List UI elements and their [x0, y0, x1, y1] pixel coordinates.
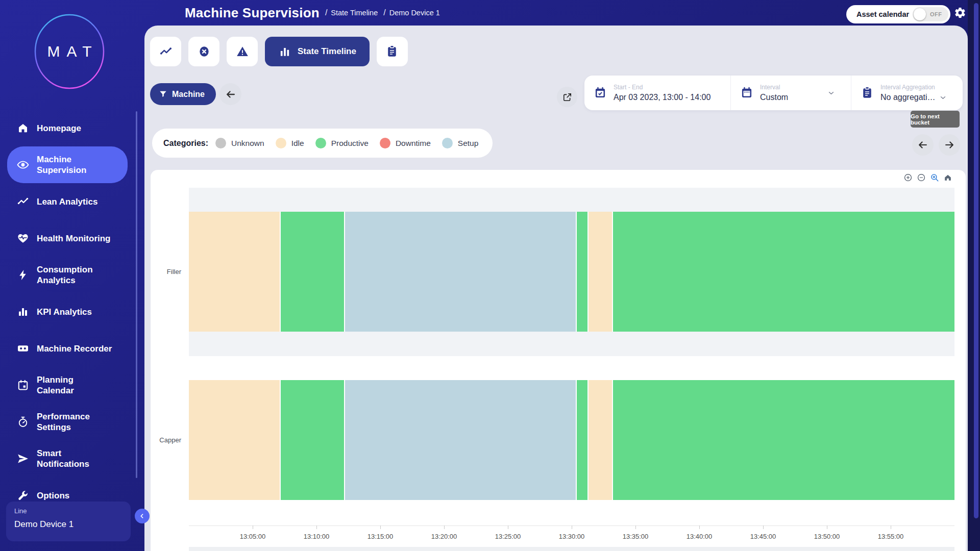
sidebar: MAT HomepageMachine SupervisionLean Anal…: [0, 0, 144, 551]
view-tabs: State Timeline: [150, 37, 408, 66]
time-filter-card: Start - End Apr 03 2023, 13:00 - 14:00 I…: [584, 76, 963, 110]
segment-capper-idle-13:31:15[interactable]: [587, 380, 612, 500]
toggle-knob: [914, 8, 926, 20]
sidebar-item-performance-settings[interactable]: Performance Settings: [7, 404, 128, 440]
legend-item-downtime[interactable]: Downtime: [380, 138, 431, 148]
segment-capper-idle-13:00:00[interactable]: [189, 380, 280, 500]
x-axis-tick: [508, 525, 508, 529]
segment-capper-productive-13:30:15[interactable]: [576, 380, 587, 500]
x-axis-tick-label: 13:05:00: [240, 533, 266, 540]
tab-trend[interactable]: [150, 37, 181, 66]
calendar-check-icon: [594, 86, 607, 99]
arrow-left-icon: [917, 139, 928, 151]
x-axis-tick: [316, 525, 317, 529]
open-in-new-button[interactable]: [557, 87, 577, 107]
paper-plane-icon: [17, 453, 29, 465]
page-scrollbar-thumb[interactable]: [974, 3, 978, 518]
sidebar-item-planning-calendar[interactable]: Planning Calendar: [7, 367, 128, 404]
legend-item-productive[interactable]: Productive: [315, 138, 369, 148]
segment-capper-productive-13:33:10[interactable]: [612, 380, 954, 500]
trend-icon: [17, 195, 29, 208]
x-axis-tick-label: 13:45:00: [750, 533, 776, 540]
page-title: Machine Supervision: [185, 5, 320, 21]
machine-filter-label: Machine: [172, 90, 205, 99]
sidebar-collapse-button[interactable]: [135, 509, 150, 523]
legend-color-dot: [315, 138, 326, 148]
chevron-down-icon: [939, 93, 947, 102]
breadcrumb-items: /State Timeline/Demo Device 1: [320, 8, 440, 17]
sidebar-item-homepage[interactable]: Homepage: [7, 110, 128, 146]
sidebar-item-consumption-analytics[interactable]: Consumption Analytics: [7, 257, 128, 293]
wrench-icon: [17, 489, 29, 502]
calendar-icon: [17, 379, 29, 391]
sidebar-item-label: Planning Calendar: [37, 374, 74, 396]
x-axis-tick: [572, 525, 572, 529]
previous-bucket-button[interactable]: [912, 134, 934, 156]
line-label: Line: [14, 507, 122, 515]
chart-toolbar: [903, 173, 952, 182]
legend-item-idle[interactable]: Idle: [276, 138, 304, 148]
sidebar-item-kpi-analytics[interactable]: KPI Analytics: [7, 293, 128, 330]
timeline-row-filler: [189, 212, 954, 332]
tab-circle-x[interactable]: [188, 37, 219, 66]
sidebar-nav: HomepageMachine SupervisionLean Analytic…: [0, 110, 138, 514]
segment-capper-productive-13:07:10[interactable]: [280, 380, 344, 500]
box-zoom-icon[interactable]: [930, 173, 939, 182]
x-axis-tick-label: 13:20:00: [431, 533, 457, 540]
bolt-icon: [17, 269, 29, 281]
segment-filler-productive-13:07:10[interactable]: [280, 212, 344, 332]
interval-aggregation-label: Interval Aggregation: [880, 84, 947, 91]
breadcrumb-item[interactable]: State Timeline: [331, 9, 378, 17]
toggle-switch[interactable]: OFF: [913, 7, 948, 21]
sidebar-item-machine-recorder[interactable]: Machine Recorder: [7, 330, 128, 367]
legend-color-dot: [380, 138, 390, 148]
sidebar-item-label: Machine Supervision: [37, 154, 86, 176]
x-axis-tick-label: 13:50:00: [814, 533, 840, 540]
breadcrumb-item[interactable]: Demo Device 1: [389, 9, 440, 17]
sidebar-item-smart-notifications[interactable]: Smart Notifications: [7, 440, 128, 477]
tab-warning-triangle[interactable]: [227, 37, 258, 66]
breadcrumb-separator: /: [383, 8, 385, 17]
segment-filler-idle-13:31:15[interactable]: [587, 212, 612, 332]
zoom-in-icon[interactable]: [903, 173, 913, 182]
reset-home-icon[interactable]: [943, 173, 952, 182]
start-end-field[interactable]: Start - End Apr 03 2023, 13:00 - 14:00: [584, 76, 731, 110]
legend-item-label: Productive: [331, 139, 369, 148]
interval-aggregation-field[interactable]: Interval Aggregation No aggregati…: [851, 76, 963, 110]
machine-filter-button[interactable]: Machine: [150, 83, 216, 105]
x-axis-tick: [891, 525, 891, 529]
sidebar-item-label: Health Monitoring: [37, 233, 110, 244]
asset-calendar-toggle[interactable]: Asset calendar OFF: [846, 5, 950, 23]
state-timeline-chart: FillerCapper13:05:0013:10:0013:15:0013:2…: [151, 170, 966, 551]
settings-button[interactable]: [954, 7, 966, 19]
sidebar-item-health-monitoring[interactable]: Health Monitoring: [7, 220, 128, 257]
tab-clipboard[interactable]: [377, 37, 408, 66]
eye-icon: [17, 159, 29, 171]
legend-item-setup[interactable]: Setup: [442, 138, 479, 148]
sidebar-item-machine-supervision[interactable]: Machine Supervision: [7, 146, 128, 183]
segment-capper-setup-13:12:10[interactable]: [344, 380, 576, 500]
x-axis-tick-label: 13:10:00: [304, 533, 330, 540]
sidebar-item-label: Smart Notifications: [37, 448, 89, 469]
sidebar-scrollbar[interactable]: [136, 111, 137, 478]
legend-item-label: Idle: [291, 139, 304, 148]
interval-field[interactable]: Interval Custom: [731, 76, 851, 110]
zoom-out-icon[interactable]: [917, 173, 926, 182]
segment-filler-idle-13:00:00[interactable]: [189, 212, 280, 332]
x-axis-tick-label: 13:40:00: [687, 533, 713, 540]
back-button[interactable]: [219, 83, 241, 105]
x-axis-tick-label: 13:30:00: [559, 533, 585, 540]
next-bucket-button[interactable]: [939, 134, 960, 156]
tab-state-timeline[interactable]: State Timeline: [265, 37, 370, 66]
go-to-next-bucket-tooltip: Go to next bucket: [911, 111, 960, 128]
circle-x-icon: [198, 45, 211, 58]
page-scrollbar-track[interactable]: [968, 0, 980, 551]
heart-pulse-icon: [17, 232, 29, 244]
segment-filler-productive-13:30:15[interactable]: [576, 212, 587, 332]
legend-color-dot: [276, 138, 286, 148]
sidebar-item-lean-analytics[interactable]: Lean Analytics: [7, 183, 128, 220]
brand-logo: MAT: [34, 13, 105, 90]
segment-filler-productive-13:33:10[interactable]: [612, 212, 954, 332]
legend-item-unknown[interactable]: Unknown: [215, 138, 264, 148]
segment-filler-setup-13:12:10[interactable]: [344, 212, 576, 332]
